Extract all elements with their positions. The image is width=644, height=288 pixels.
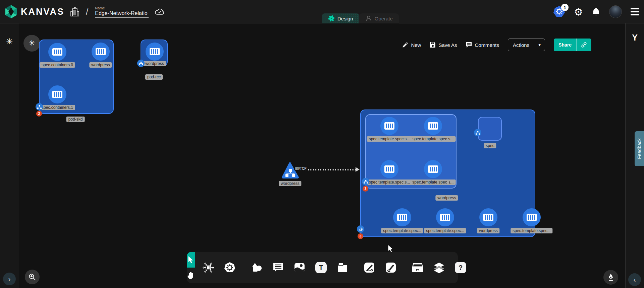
comment-icon [273, 263, 283, 273]
comment-tool-button[interactable] [271, 261, 285, 274]
mode-tabs: Design Operate [322, 13, 399, 23]
freehand-pencil-icon [385, 262, 396, 273]
group-pod-rcc[interactable]: wordpress [141, 40, 168, 66]
container-icon [384, 122, 394, 130]
tab-design[interactable]: Design [322, 13, 359, 23]
collapse-right-panel-button[interactable]: ‹ [628, 273, 641, 286]
design-name-input[interactable] [95, 10, 149, 18]
node-label: spec.template.spec.s... [367, 179, 412, 185]
sticky-note-icon [337, 262, 348, 273]
copy-link-icon[interactable] [576, 39, 591, 51]
workspace-building-icon[interactable] [70, 7, 79, 17]
select-tool-button[interactable] [187, 252, 195, 268]
group-label-deployment: wordpress [435, 195, 458, 201]
node-template-container-1[interactable] [424, 117, 442, 135]
share-label: Share [554, 42, 576, 48]
chevron-right-icon: › [8, 275, 11, 283]
user-avatar[interactable] [609, 5, 622, 18]
freehand-draw-tool-button[interactable] [384, 261, 397, 274]
layers-tool-button[interactable] [432, 261, 446, 274]
service-edge[interactable] [300, 169, 357, 170]
deployment-spiral-badge[interactable] [357, 225, 364, 233]
node-bottom-container-2[interactable] [479, 208, 497, 226]
actions-dropdown-button[interactable]: Actions ▼ [508, 39, 545, 51]
comments-button[interactable]: Comments [466, 42, 499, 48]
code-panel-toggle[interactable]: Y [632, 33, 638, 43]
container-icon [150, 48, 160, 55]
layers-icon [433, 262, 445, 273]
quick-dock-button[interactable]: ✳ [23, 35, 40, 52]
kubernetes-tool-button[interactable] [223, 261, 236, 274]
expand-left-panel-button[interactable]: › [3, 273, 16, 285]
node-spec-containers-1[interactable] [48, 85, 66, 103]
save-as-label: Save As [438, 42, 457, 48]
menu-hamburger-icon[interactable] [631, 8, 639, 15]
design-name-block: Name [95, 6, 149, 18]
node-template-container-2[interactable] [380, 160, 398, 178]
node-label: spec.containers.1 [40, 105, 75, 110]
kanvas-brand[interactable]: KANVAS [5, 5, 64, 19]
image-tool-button[interactable] [293, 261, 306, 274]
tab-operate[interactable]: Operate [359, 13, 399, 23]
relationship-badge[interactable] [362, 178, 369, 185]
pencil-icon [402, 42, 408, 48]
group-pod-skd[interactable]: spec.containers.0 wordpress spec.contain… [39, 40, 114, 114]
group-deployment-wordpress[interactable]: spec.template.spec.s... spec.template.sp… [360, 110, 535, 237]
error-count-badge[interactable]: 3 [363, 186, 368, 192]
share-button[interactable]: Share [554, 39, 591, 51]
loading-spinner-icon: ✳ [6, 37, 13, 46]
node-wordpress-container[interactable] [146, 43, 164, 61]
feedback-tab[interactable]: Feedback [635, 131, 644, 166]
tab-operate-label: Operate [375, 16, 393, 21]
kubernetes-context-button[interactable]: 1 [553, 6, 565, 18]
node-label: spec.template.spec.s... [411, 136, 456, 142]
node-label: spec.template.spec... [511, 228, 552, 233]
node-spec-containers-0[interactable] [48, 43, 66, 61]
edge-arrowhead [356, 167, 360, 172]
new-button[interactable]: New [402, 42, 421, 48]
actions-caret-icon[interactable]: ▼ [534, 39, 545, 51]
bottom-toolbar: T [187, 252, 458, 283]
node-template-container-3[interactable] [424, 160, 442, 178]
zoom-in-button[interactable] [25, 270, 40, 284]
line-draw-tool-button[interactable] [363, 261, 376, 274]
archive-drawer-icon [412, 262, 424, 273]
container-icon [440, 214, 450, 221]
pan-tool-button[interactable] [187, 268, 195, 283]
container-icon [52, 91, 62, 98]
text-tool-button[interactable]: T [314, 261, 328, 274]
components-library-button[interactable] [202, 261, 215, 274]
design-canvas[interactable]: ✳ New Save As [19, 23, 625, 288]
container-icon [96, 48, 106, 55]
image-icon [294, 262, 305, 273]
group-spec-template-spec[interactable]: spec.template.spec.s... spec.template.sp… [365, 114, 457, 189]
node-bottom-container-1[interactable] [436, 208, 454, 226]
note-tool-button[interactable] [336, 261, 349, 274]
settings-gear-icon[interactable]: ⚙ [574, 6, 583, 18]
help-tool-button[interactable]: ? [454, 261, 467, 274]
drawer-tool-button[interactable] [411, 261, 424, 274]
node-label: spec.template.spec... [424, 228, 466, 233]
relationship-badge[interactable] [36, 103, 43, 111]
service-label: wordpress [279, 181, 301, 186]
node-bottom-container-0[interactable] [393, 208, 411, 226]
node-label: spec.template.spec... [381, 228, 423, 233]
node-wordpress-container[interactable] [92, 43, 110, 61]
pointer-tool-column [187, 252, 195, 283]
error-count-badge[interactable]: 3 [358, 233, 363, 239]
relationship-badge[interactable] [474, 129, 481, 136]
relationship-badge[interactable] [137, 60, 145, 67]
node-spec[interactable] [478, 117, 502, 141]
error-count-badge[interactable]: 2 [36, 111, 42, 117]
question-mark-icon: ? [455, 262, 466, 273]
save-as-button[interactable]: Save As [430, 42, 457, 48]
design-name-label: Name [95, 6, 149, 10]
design-action-bar: New Save As Comments A [402, 39, 591, 51]
shapes-tool-button[interactable] [250, 261, 263, 274]
hand-icon [187, 271, 195, 280]
node-label: wordpress [143, 61, 166, 66]
node-template-container-0[interactable] [380, 117, 398, 135]
notifications-bell-icon[interactable] [592, 7, 600, 16]
node-bottom-container-3[interactable] [523, 208, 541, 226]
pen-nib-button[interactable] [603, 270, 618, 285]
